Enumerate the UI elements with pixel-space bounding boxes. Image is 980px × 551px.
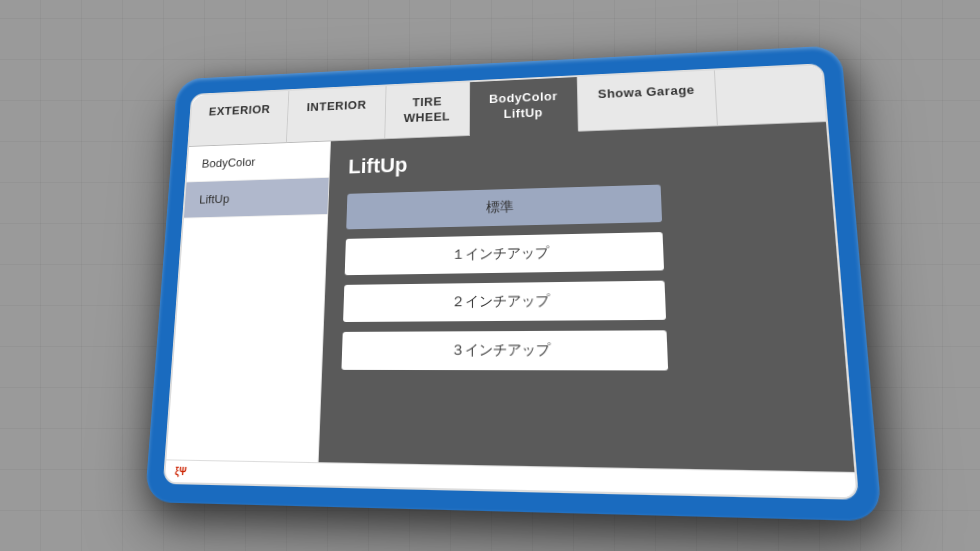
tab-tire-wheel[interactable]: TIRE WHEEL bbox=[385, 82, 470, 139]
watermark-text: ξΨ bbox=[175, 466, 187, 478]
content-area: BodyColor LiftUp LiftUp 標準 １インチアップ ２インチア… bbox=[166, 122, 854, 472]
scene: EXTERIOR INTERIOR TIRE WHEEL BodyColor L… bbox=[0, 0, 980, 551]
tablet-wrapper: EXTERIOR INTERIOR TIRE WHEEL BodyColor L… bbox=[145, 45, 883, 521]
option-standard[interactable]: 標準 bbox=[346, 184, 662, 229]
option-2inch[interactable]: ２インチアップ bbox=[343, 281, 666, 322]
tab-bodycolor-liftup[interactable]: BodyColor LiftUp bbox=[470, 77, 579, 136]
sidebar-item-bodycolor[interactable]: BodyColor bbox=[187, 141, 331, 182]
tab-showa-garage[interactable]: Showa Garage bbox=[578, 70, 719, 131]
tab-interior[interactable]: INTERIOR bbox=[287, 86, 386, 143]
panel-title: LiftUp bbox=[348, 138, 808, 178]
sidebar-item-liftup[interactable]: LiftUp bbox=[184, 178, 329, 219]
main-panel: LiftUp 標準 １インチアップ ２インチアップ ３インチアップ bbox=[319, 122, 855, 472]
option-1inch[interactable]: １インチアップ bbox=[345, 232, 664, 275]
option-3inch[interactable]: ３インチアップ bbox=[341, 330, 668, 370]
tablet-frame: EXTERIOR INTERIOR TIRE WHEEL BodyColor L… bbox=[145, 45, 883, 521]
tab-spacer bbox=[715, 65, 826, 126]
sidebar: BodyColor LiftUp bbox=[166, 141, 331, 462]
tablet-screen: EXTERIOR INTERIOR TIRE WHEEL BodyColor L… bbox=[163, 63, 859, 499]
tab-exterior[interactable]: EXTERIOR bbox=[189, 91, 290, 147]
